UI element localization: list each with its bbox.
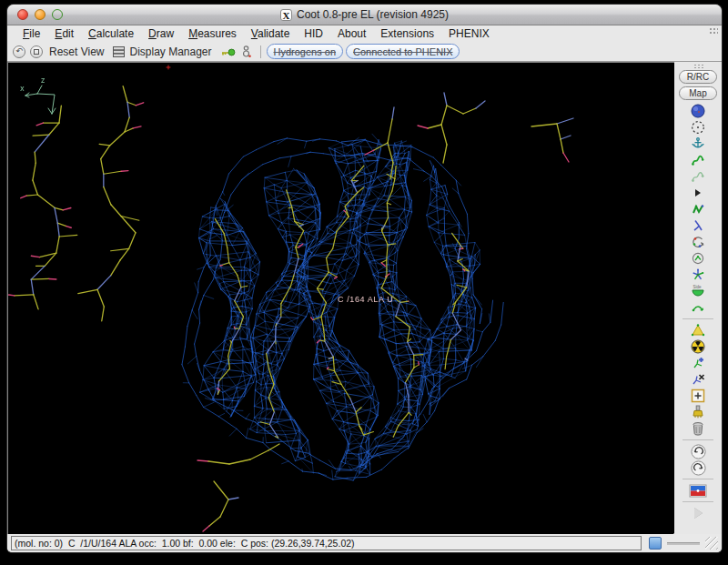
minimize-button[interactable] [35,9,46,20]
undo-arrow-icon[interactable] [691,443,706,459]
rrc-button[interactable]: R/RC [679,70,717,84]
hydrogens-toggle-button[interactable]: Hydrogens on [267,44,344,59]
figure-icon[interactable] [241,45,252,58]
record-circle-icon[interactable] [30,45,43,58]
window-title: X Coot 0.8-pre EL (revision 4925) [280,8,449,21]
dashed-reticle-icon[interactable] [691,119,705,136]
delete-atom-icon[interactable] [691,371,705,388]
menu-edit[interactable]: Edit [47,27,81,40]
display-manager-button[interactable]: Display Manager [129,45,211,58]
back-circle-icon[interactable]: ↶ [13,45,25,58]
rigid-body-fragment-icon[interactable] [691,201,705,217]
menu-hid[interactable]: HID [297,27,330,40]
x11-icon: X [280,9,292,21]
window-title-text: Coot 0.8-pre EL (revision 4925) [297,8,449,21]
right-toolbar-separator [682,501,713,502]
refine-squiggle-icon[interactable] [691,152,705,168]
menu-phenix[interactable]: PHENIX [441,27,497,40]
menu-bar: File Edit Calculate Draw Measures Valida… [7,25,722,42]
right-toolbar-separator [682,439,713,440]
toolbar-separator [260,45,261,58]
add-atom-icon[interactable] [691,355,705,371]
right-toolbar-separator [682,318,713,319]
place-atom-box-icon[interactable] [691,388,705,404]
menu-measures[interactable]: Measures [181,27,244,40]
svg-text:Side: Side [693,285,703,289]
blue-sphere-icon[interactable] [691,103,705,119]
menu-calculate[interactable]: Calculate [81,27,141,40]
main-toolbar: ↶ Reset View Display Manager Hydrogens o… [7,42,722,62]
coot-window: X Coot 0.8-pre EL (revision 4925) File E… [7,5,722,552]
menu-about[interactable]: About [330,27,373,40]
gl-canvas[interactable] [8,63,673,536]
content-row: C /164 ALA U R/RC Map [7,62,722,534]
star-molecule-icon[interactable] [691,267,705,283]
pyramid-add-terminal-icon[interactable] [691,322,705,338]
title-bar[interactable]: X Coot 0.8-pre EL (revision 4925) [7,5,722,25]
lambda-fragment-icon[interactable] [691,217,705,234]
close-button[interactable] [17,9,28,20]
map-scroll-thumb[interactable] [649,537,662,550]
play-triangle-icon[interactable] [694,505,703,521]
status-text: (mol. no: 0) C /1/U/164 ALA occ: 1.00 bf… [11,536,642,550]
right-toolbar-separator [682,479,713,479]
right-toolbar: R/RC Map [674,62,722,534]
radioactive-alt-conf-icon[interactable] [691,338,705,355]
regularize-squiggle-icon[interactable] [691,168,705,185]
layers-icon [113,46,125,57]
expander-triangle-icon[interactable] [695,185,701,201]
resize-grip[interactable] [705,537,718,550]
status-bar: (mol. no: 0) C /1/U/164 ALA occ: 1.00 bf… [7,534,722,552]
trash-can-icon[interactable] [691,420,705,437]
map-button[interactable]: Map [679,86,717,100]
paint-brush-icon[interactable] [691,404,705,420]
map-scroll-groove[interactable] [667,542,700,545]
traffic-lights [17,9,63,20]
phenix-connection-button[interactable]: Connected to PHENIX [346,44,460,59]
menu-validate[interactable]: Validate [244,27,298,40]
right-toolbar-drag-handle-icon[interactable] [693,64,703,69]
flip-arc-icon[interactable] [691,299,705,316]
rotamer-cycle-icon[interactable] [691,234,705,250]
menu-file[interactable]: File [15,27,47,40]
reset-view-button[interactable]: Reset View [49,45,104,58]
anchor-icon[interactable] [691,136,705,152]
redo-arrow-icon[interactable] [691,459,706,476]
zoom-button[interactable] [52,9,63,20]
refmac-flag-icon[interactable] [689,482,707,499]
key-icon[interactable] [221,47,236,56]
menubar-drag-handle-icon[interactable] [709,27,718,34]
side-chain-bowl-icon[interactable]: Side [691,283,705,299]
gl-viewport[interactable]: C /164 ALA U [7,62,674,534]
menu-extensions[interactable]: Extensions [373,27,441,40]
menu-draw[interactable]: Draw [141,27,181,40]
eye-molecule-icon[interactable] [691,250,705,267]
